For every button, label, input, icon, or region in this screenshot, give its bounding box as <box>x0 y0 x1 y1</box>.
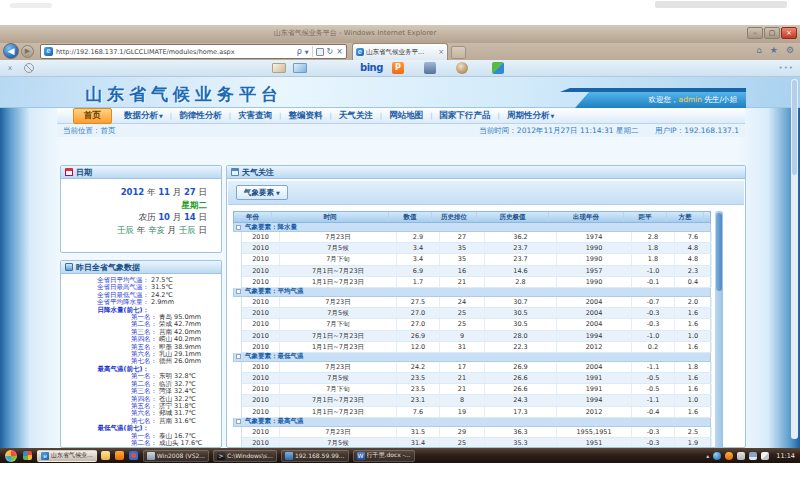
action-center-flag-icon[interactable] <box>737 452 745 460</box>
page-header: 山东省气候业务平台 欢迎您，admin 先生/小姐 <box>0 77 800 108</box>
group-checkbox[interactable] <box>236 289 241 294</box>
fox-addon-icon[interactable] <box>725 452 733 460</box>
ie-icon: e <box>41 452 49 460</box>
table-row[interactable]: 20107月5候3.43523.719901.84.8 <box>241 243 711 254</box>
table-cell: 2.8 <box>485 277 557 287</box>
table-row[interactable]: 20107月23日31.52936.31955,1951-0.32.5 <box>241 427 711 438</box>
network-icon[interactable] <box>749 452 757 460</box>
browser-tab[interactable]: e 山东省气候业务平... × <box>352 43 448 60</box>
tab-label[interactable]: 山东省气候业务平... <box>366 48 436 57</box>
nav-item-韵律性分析[interactable]: 韵律性分析 <box>175 110 226 122</box>
table-cell: 22.3 <box>485 342 557 352</box>
nav-item-网站地图[interactable]: 网站地图 <box>385 110 427 122</box>
table-row[interactable]: 20107月下旬23.52126.61991-0.51.6 <box>241 384 711 395</box>
table-cell: 0.2 <box>632 342 675 352</box>
launcher-icon[interactable] <box>23 451 32 460</box>
ime-globe-icon[interactable] <box>713 452 721 460</box>
taskbar-button-window[interactable]: Win2008 (VS2... <box>143 450 209 462</box>
table-row[interactable]: 20107月1日~7月23日6.91614.61957-1.02.3 <box>241 266 711 277</box>
panel-scrollbar-thumb[interactable] <box>716 213 722 291</box>
group-header-row[interactable]: 气象要素：最低气温 <box>233 353 711 362</box>
table-row[interactable]: 20101月1日~7月23日7.61917.32012-0.41.6 <box>241 407 711 418</box>
nav-item-数据分析[interactable]: 数据分析▼ <box>120 110 167 122</box>
table-row[interactable]: 20101月1日~7月23日12.03122.320120.21.6 <box>241 342 711 353</box>
bing-logo[interactable]: bing <box>360 62 383 73</box>
taskbar-app-circle-icon[interactable] <box>129 451 138 460</box>
table-row[interactable]: 20107月5候27.02530.52004-0.31.6 <box>241 308 711 319</box>
tab-close-icon[interactable]: × <box>438 48 444 56</box>
table-cell: 2010 <box>242 373 280 383</box>
table-row[interactable]: 20107月1日~7月23日23.1824.31994-1.11.0 <box>241 395 711 406</box>
nav-item-整编资料[interactable]: 整编资料 <box>284 110 326 122</box>
maximize-button[interactable]: ▢ <box>764 27 780 39</box>
taskbar-button-cmd[interactable]: >C:\Windows\s... <box>213 450 277 462</box>
window-title: 山东省气候业务平台 - Windows Internet Explorer <box>0 28 710 38</box>
table-row[interactable]: 20107月5候31.42535.31951-0.31.9 <box>241 438 711 448</box>
group-header-row[interactable]: 气象要素：最高气温 <box>233 418 711 427</box>
refresh-icon[interactable]: ↻ <box>327 47 334 56</box>
nav-separator: | <box>326 112 334 120</box>
table-row[interactable]: 20107月23日2.92736.219742.87.6 <box>241 232 711 243</box>
table-cell: 7月23日 <box>280 427 397 437</box>
table-row[interactable]: 20107月下旬3.43523.719901.84.8 <box>241 254 711 265</box>
search-icon[interactable]: ρ <box>297 47 302 56</box>
nav-item-天气关注[interactable]: 天气关注 <box>335 110 377 122</box>
nav-item-灾害查询[interactable]: 灾害查询 <box>234 110 276 122</box>
element-filter-button[interactable]: 气象要素▼ <box>236 185 288 200</box>
home-icon[interactable]: ⌂ <box>756 45 762 55</box>
taskbar-button-rdp[interactable]: 192.168.59.99... <box>281 450 349 462</box>
group-header-row[interactable]: 气象要素：平均气温 <box>233 288 711 297</box>
addon-puzzle-icon[interactable] <box>492 62 504 74</box>
group-checkbox[interactable] <box>236 354 241 359</box>
addon-dog-icon[interactable] <box>456 62 468 74</box>
table-cell: 12.0 <box>397 342 440 352</box>
page-scrollbar[interactable] <box>791 79 798 439</box>
search-dropdown-icon[interactable]: ▼ <box>305 49 309 55</box>
table-row[interactable]: 20101月1日~7月23日1.7212.81990-0.10.4 <box>241 277 711 288</box>
mail-envelope-icon[interactable] <box>293 63 307 73</box>
table-row[interactable]: 20107月23日24.21726.92004-1.11.8 <box>241 362 711 373</box>
address-bar[interactable]: e http://192.168.137.1/GLCCLIMATE/module… <box>40 44 347 59</box>
stop-icon[interactable]: × <box>336 47 343 56</box>
taskbar-button-ie[interactable]: e山东省气候业... <box>37 450 97 462</box>
tools-gear-icon[interactable]: ⚙ <box>786 45 794 55</box>
more-icon[interactable]: ••• <box>779 64 794 72</box>
addon-p-icon[interactable]: P <box>392 62 404 74</box>
table-row[interactable]: 20107月1日~7月23日26.9928.01994-1.01.0 <box>241 331 711 342</box>
group-header-row[interactable]: 气象要素：降水量 <box>233 223 711 232</box>
table-cell: 31 <box>440 342 485 352</box>
table-cell: -0.3 <box>632 319 675 329</box>
blocked-circle-icon[interactable] <box>24 63 34 73</box>
table-cell: 30.7 <box>485 297 557 307</box>
addon-camera-icon[interactable] <box>424 62 436 74</box>
compatibility-icon[interactable] <box>316 48 324 56</box>
group-checkbox[interactable] <box>236 225 241 230</box>
url-text[interactable]: http://192.168.137.1/GLCCLIMATE/modules/… <box>56 48 297 56</box>
new-tab-button[interactable] <box>451 46 466 59</box>
clock[interactable]: 11:14 <box>776 452 795 460</box>
show-hidden-icons-caret[interactable]: ▴ <box>706 452 709 459</box>
table-row[interactable]: 20107月下旬27.02530.52004-0.31.6 <box>241 319 711 330</box>
close-pane-icon[interactable]: x <box>8 64 12 72</box>
nav-item-国家下行产品[interactable]: 国家下行产品 <box>436 110 495 122</box>
mail-compose-icon[interactable] <box>272 63 286 73</box>
volume-icon[interactable] <box>761 452 769 460</box>
nav-item-周期性分析[interactable]: 周期性分析▼ <box>503 110 558 122</box>
table-row[interactable]: 20107月5候23.52126.61991-0.51.6 <box>241 373 711 384</box>
page-scrollbar-thumb[interactable] <box>792 80 797 175</box>
taskbar-app-orange-icon[interactable] <box>115 451 124 460</box>
group-checkbox[interactable] <box>236 419 241 424</box>
table-cell: 2010 <box>242 297 280 307</box>
taskbar-button-word[interactable]: W行千里.docx -... <box>353 450 415 462</box>
close-button[interactable]: × <box>781 27 797 39</box>
start-button[interactable] <box>5 450 17 462</box>
taskbar-folder-icon[interactable] <box>101 451 110 460</box>
panel-scrollbar[interactable] <box>715 211 723 448</box>
back-button[interactable]: ◀ <box>3 43 19 59</box>
minimize-button[interactable]: – <box>747 27 763 39</box>
table-cell: 7月1日~7月23日 <box>280 266 397 276</box>
forward-button[interactable]: ▶ <box>21 45 34 58</box>
favorites-star-icon[interactable]: ★ <box>770 45 778 55</box>
nav-item-首页[interactable]: 首页 <box>73 108 112 124</box>
table-row[interactable]: 20107月23日27.52430.72004-0.72.0 <box>241 297 711 308</box>
